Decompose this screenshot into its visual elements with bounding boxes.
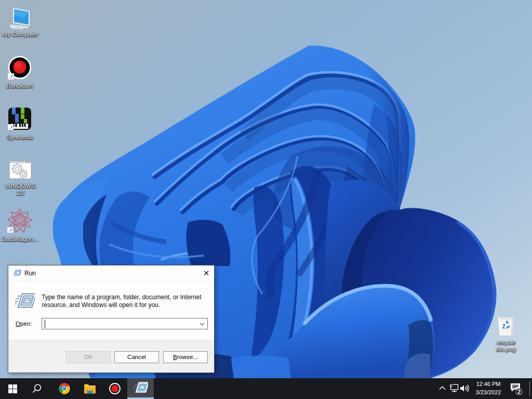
- svg-text:2: 2: [517, 389, 521, 395]
